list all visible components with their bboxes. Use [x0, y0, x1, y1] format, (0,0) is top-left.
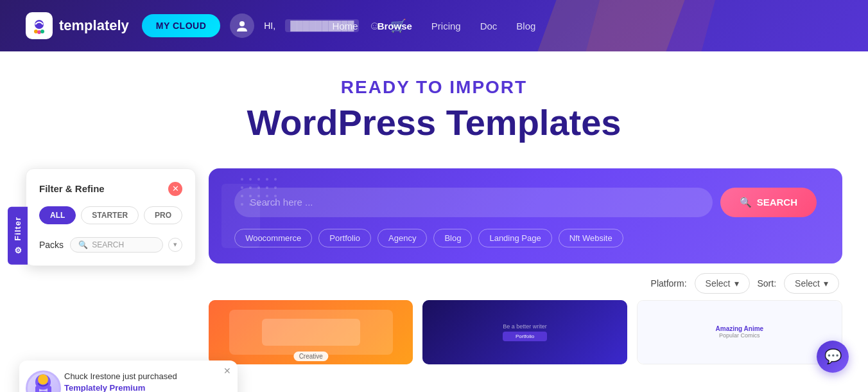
search-input-row: 🔍 SEARCH	[234, 188, 817, 217]
thumbnail-card-1[interactable]: Creative	[209, 300, 413, 364]
search-button[interactable]: 🔍 SEARCH	[720, 188, 817, 217]
hi-text: HI,	[264, 21, 275, 31]
svg-point-4	[239, 21, 245, 26]
filter-tab-pro[interactable]: PRO	[144, 206, 182, 224]
hero-section: READY TO IMPORT WordPress Templates	[0, 51, 868, 156]
search-container: 🔍 SEARCH Woocommerce Portfolio Agency Bl…	[209, 168, 842, 263]
filter-packs-section: Packs 🔍 SEARCH ▾	[39, 237, 182, 253]
filter-panel: Filter & Refine ✕ ALL STARTER PRO Packs …	[26, 168, 196, 266]
category-tag: Creative	[294, 352, 328, 361]
search-area: 🔍 SEARCH Woocommerce Portfolio Agency Bl…	[209, 168, 842, 364]
navbar: templately Home Browse Pricing Doc Blog …	[0, 0, 868, 51]
filter-title: Filter & Refine	[39, 183, 105, 194]
filter-tab-label: Filter	[13, 217, 22, 241]
svg-rect-9	[48, 386, 51, 392]
notif-action-text: just purchased	[123, 371, 177, 381]
filter-expand-button[interactable]: ▾	[168, 238, 182, 252]
sort-select-button[interactable]: Select ▾	[784, 273, 839, 294]
svg-rect-8	[35, 386, 39, 392]
platform-select-label: Select	[706, 278, 731, 289]
tag-portfolio[interactable]: Portfolio	[318, 229, 371, 247]
search-input[interactable]	[234, 188, 713, 217]
notification-popup: Chuck Irestone just purchased Templately…	[19, 361, 238, 392]
notification-close-button[interactable]: ✕	[223, 366, 231, 376]
search-btn-label: SEARCH	[757, 197, 797, 208]
nav-pricing[interactable]: Pricing	[431, 21, 461, 31]
svg-point-3	[40, 30, 44, 33]
platform-sort-row: Platform: Select ▾ Sort: Select ▾	[209, 273, 842, 294]
tag-pills: Woocommerce Portfolio Agency Blog Landin…	[234, 229, 817, 247]
tag-landing-page[interactable]: Landing Page	[478, 229, 551, 247]
filter-tab[interactable]: ⚙ Filter	[8, 207, 28, 265]
filter-header: Filter & Refine ✕	[39, 182, 182, 196]
nav-home[interactable]: Home	[333, 21, 358, 31]
logo-icon	[26, 12, 53, 39]
svg-point-1	[34, 30, 38, 33]
platform-select-button[interactable]: Select ▾	[695, 273, 750, 294]
filter-search-box[interactable]: 🔍 SEARCH	[70, 237, 163, 253]
logo-text: templately	[59, 17, 129, 34]
nav-links: Home Browse Pricing Doc Blog	[333, 21, 536, 31]
thumbnail-card-3[interactable]: Amazing Anime Popular Comics	[637, 300, 842, 364]
search-icon: 🔍	[78, 240, 88, 249]
filter-icon: ⚙	[13, 244, 22, 254]
nav-blog[interactable]: Blog	[516, 21, 535, 31]
svg-point-7	[38, 374, 48, 384]
platform-label: Platform:	[651, 278, 687, 289]
platform-chevron-icon: ▾	[734, 278, 739, 289]
thumbnail-card-2[interactable]: Be a better writer Portfolio	[422, 300, 627, 364]
filter-tab-all[interactable]: ALL	[39, 206, 76, 224]
filter-search-text: SEARCH	[92, 240, 124, 249]
filter-type-tabs: ALL STARTER PRO	[39, 206, 182, 224]
chat-icon: 💬	[824, 348, 842, 365]
search-btn-icon: 🔍	[740, 197, 752, 208]
tag-nft-website[interactable]: Nft Website	[559, 229, 623, 247]
my-cloud-button[interactable]: MY CLOUD	[142, 14, 220, 37]
sort-chevron-icon: ▾	[824, 278, 828, 289]
sort-select-label: Select	[795, 278, 820, 289]
thumbnails-row: Creative Be a better writer Portfolio Am…	[209, 300, 842, 364]
packs-label: Packs	[39, 240, 64, 250]
tag-agency[interactable]: Agency	[378, 229, 427, 247]
notif-name: Chuck Irestone	[64, 371, 120, 381]
filter-tab-starter[interactable]: STARTER	[81, 206, 139, 224]
logo[interactable]: templately	[26, 12, 129, 39]
tag-woocommerce[interactable]: Woocommerce	[234, 229, 312, 247]
nav-doc[interactable]: Doc	[480, 21, 498, 31]
sort-label: Sort:	[758, 278, 777, 289]
chat-button[interactable]: 💬	[817, 341, 849, 373]
hero-title: WordPress Templates	[13, 103, 855, 143]
main-content: ⚙ Filter Filter & Refine ✕ ALL STARTER P…	[0, 156, 868, 364]
tag-blog[interactable]: Blog	[433, 229, 472, 247]
notification-text: Chuck Irestone just purchased Templately…	[64, 371, 227, 392]
avatar	[230, 13, 254, 38]
notif-product-link[interactable]: Templately Premium	[64, 383, 145, 392]
nav-browse[interactable]: Browse	[378, 21, 412, 31]
close-icon: ✕	[172, 184, 179, 193]
notification-avatar	[26, 370, 61, 392]
svg-point-2	[37, 30, 41, 34]
filter-close-button[interactable]: ✕	[168, 182, 182, 196]
hero-subtitle: READY TO IMPORT	[13, 77, 855, 98]
filter-sidebar: ⚙ Filter Filter & Refine ✕ ALL STARTER P…	[26, 168, 196, 364]
